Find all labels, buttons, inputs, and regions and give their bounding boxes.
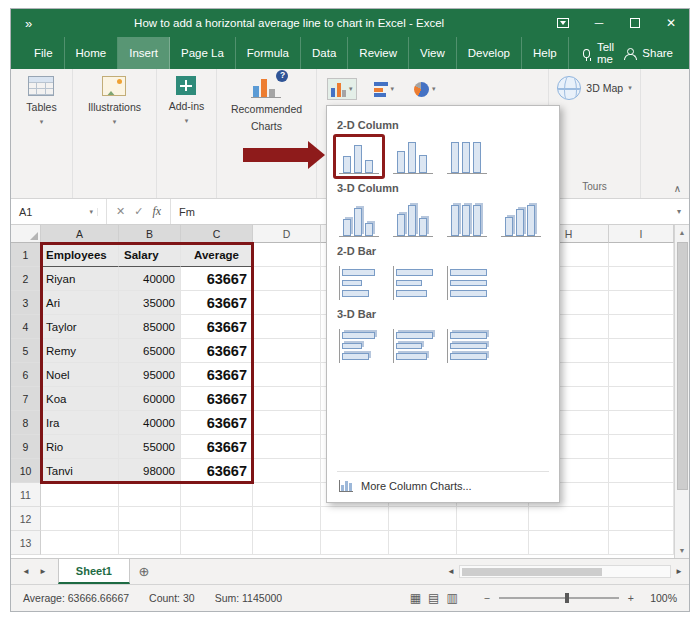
maximize-button[interactable] xyxy=(617,9,653,37)
cell-E13[interactable] xyxy=(321,531,389,555)
2-d-column-chart-icon-1[interactable] xyxy=(339,140,379,174)
insert-bar-chart-button[interactable]: ▾ xyxy=(371,78,398,100)
2-d-column-chart-icon-2[interactable] xyxy=(393,140,433,174)
cell-F12[interactable] xyxy=(389,507,457,531)
scroll-up-icon[interactable]: ▲ xyxy=(679,225,686,240)
share-button[interactable]: Share xyxy=(624,37,673,69)
cell-F13[interactable] xyxy=(389,531,457,555)
horizontal-scrollbar[interactable]: ◄ ► xyxy=(443,559,689,584)
cell-I3[interactable] xyxy=(609,291,674,315)
tell-me-button[interactable]: Tell me xyxy=(583,37,625,69)
cell-I12[interactable] xyxy=(609,507,674,531)
3-d-bar-chart-icon-3[interactable] xyxy=(447,329,487,363)
page-layout-view-icon[interactable]: ▤ xyxy=(428,591,439,605)
zoom-slider-thumb[interactable] xyxy=(565,593,569,603)
cell-D9[interactable] xyxy=(253,435,321,459)
cell-C6[interactable]: 63667 xyxy=(181,363,253,387)
ribbon-display-options-button[interactable] xyxy=(545,9,581,37)
3-d-column-chart-icon-2[interactable] xyxy=(393,203,433,237)
tab-formula[interactable]: Formula xyxy=(236,37,301,69)
zoom-slider[interactable] xyxy=(499,597,619,599)
cell-A1[interactable]: Employees xyxy=(41,243,119,267)
row-header-8[interactable]: 8 xyxy=(11,411,41,435)
tab-data[interactable]: Data xyxy=(301,37,348,69)
zoom-in-icon[interactable]: + xyxy=(628,592,634,604)
3d-map-button[interactable]: 3D Map ▾ xyxy=(557,76,631,100)
cell-C1[interactable]: Average xyxy=(181,243,253,267)
row-header-13[interactable]: 13 xyxy=(11,531,41,555)
tab-file[interactable]: File xyxy=(23,37,65,69)
expand-formula-bar-icon[interactable]: ▾ xyxy=(669,199,689,224)
select-all-corner[interactable] xyxy=(11,225,41,243)
row-header-10[interactable]: 10 xyxy=(11,459,41,483)
cell-D6[interactable] xyxy=(253,363,321,387)
cell-I7[interactable] xyxy=(609,387,674,411)
horizontal-scroll-thumb[interactable] xyxy=(462,568,602,576)
3-d-column-chart-icon-1[interactable] xyxy=(339,203,379,237)
cell-B2[interactable]: 40000 xyxy=(119,267,181,291)
tab-insert[interactable]: Insert xyxy=(118,37,170,69)
2-d-column-chart-icon-3[interactable] xyxy=(447,140,487,174)
cell-C2[interactable]: 63667 xyxy=(181,267,253,291)
cell-A7[interactable]: Koa xyxy=(41,387,119,411)
cell-I2[interactable] xyxy=(609,267,674,291)
column-header-C[interactable]: C xyxy=(181,225,253,243)
column-header-B[interactable]: B xyxy=(119,225,181,243)
quick-access-toolbar-icon[interactable]: » xyxy=(25,16,33,31)
insert-pie-chart-button[interactable]: ▾ xyxy=(411,78,439,100)
cell-A8[interactable]: Ira xyxy=(41,411,119,435)
cell-D11[interactable] xyxy=(253,483,321,507)
cell-B12[interactable] xyxy=(119,507,181,531)
row-header-2[interactable]: 2 xyxy=(11,267,41,291)
row-header-5[interactable]: 5 xyxy=(11,339,41,363)
vertical-scrollbar[interactable]: ▲ ▼ xyxy=(674,225,689,558)
cell-I8[interactable] xyxy=(609,411,674,435)
cell-B10[interactable]: 98000 xyxy=(119,459,181,483)
cell-B9[interactable]: 55000 xyxy=(119,435,181,459)
vertical-scroll-thumb[interactable] xyxy=(677,242,688,490)
cell-B4[interactable]: 85000 xyxy=(119,315,181,339)
cell-D1[interactable] xyxy=(253,243,321,267)
cell-G13[interactable] xyxy=(457,531,529,555)
3-d-bar-chart-icon-1[interactable] xyxy=(339,329,379,363)
3-d-bar-chart-icon-2[interactable] xyxy=(393,329,433,363)
3-d-column-chart-icon-3[interactable] xyxy=(447,203,487,237)
cell-D2[interactable] xyxy=(253,267,321,291)
cell-A10[interactable]: Tanvi xyxy=(41,459,119,483)
sheet-tab-sheet1[interactable]: Sheet1 xyxy=(58,559,130,584)
tab-view[interactable]: View xyxy=(409,37,457,69)
next-sheet-icon[interactable]: ► xyxy=(39,567,47,576)
scroll-down-icon[interactable]: ▼ xyxy=(679,543,686,558)
more-column-charts-item[interactable]: More Column Charts... xyxy=(337,471,549,494)
row-header-11[interactable]: 11 xyxy=(11,483,41,507)
cell-A9[interactable]: Rio xyxy=(41,435,119,459)
2-d-bar-chart-icon-1[interactable] xyxy=(339,266,379,300)
cell-I11[interactable] xyxy=(609,483,674,507)
normal-view-icon[interactable]: ▦ xyxy=(410,591,421,605)
cell-I10[interactable] xyxy=(609,459,674,483)
cell-I5[interactable] xyxy=(609,339,674,363)
cell-A12[interactable] xyxy=(41,507,119,531)
cell-H12[interactable] xyxy=(529,507,609,531)
cell-B5[interactable]: 65000 xyxy=(119,339,181,363)
tables-button[interactable]: Tables ▾ xyxy=(26,76,56,126)
cell-B8[interactable]: 40000 xyxy=(119,411,181,435)
cell-I9[interactable] xyxy=(609,435,674,459)
cell-B13[interactable] xyxy=(119,531,181,555)
row-header-12[interactable]: 12 xyxy=(11,507,41,531)
insert-function-icon[interactable]: fx xyxy=(152,204,161,219)
minimize-button[interactable]: ─ xyxy=(581,9,617,37)
cell-C9[interactable]: 63667 xyxy=(181,435,253,459)
tab-review[interactable]: Review xyxy=(348,37,409,69)
2-d-bar-chart-icon-3[interactable] xyxy=(447,266,487,300)
column-header-I[interactable]: I xyxy=(609,225,674,243)
column-header-A[interactable]: A xyxy=(41,225,119,243)
tab-home[interactable]: Home xyxy=(65,37,119,69)
tab-page-la[interactable]: Page La xyxy=(170,37,236,69)
cell-C5[interactable]: 63667 xyxy=(181,339,253,363)
cell-I1[interactable] xyxy=(609,243,674,267)
cell-A13[interactable] xyxy=(41,531,119,555)
cell-B11[interactable] xyxy=(119,483,181,507)
tab-develop[interactable]: Develop xyxy=(457,37,522,69)
zoom-out-icon[interactable]: − xyxy=(484,592,490,604)
